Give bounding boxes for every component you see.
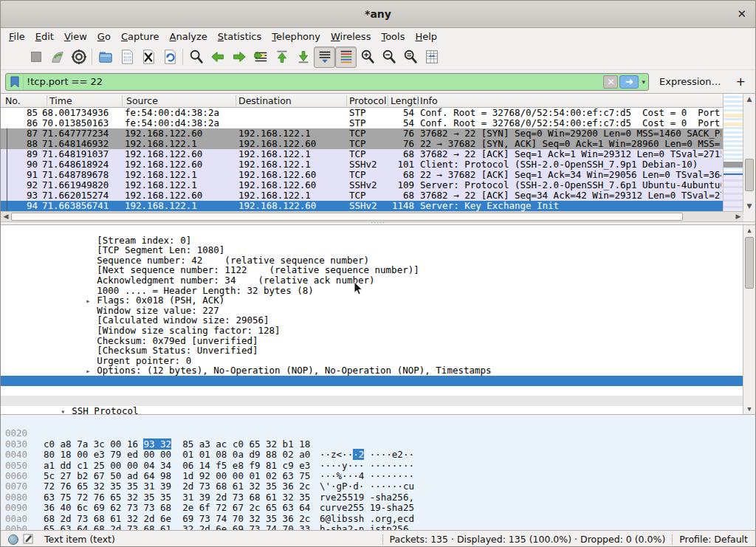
column-header-time[interactable]: Time <box>49 95 72 106</box>
detail-line[interactable]: Checksum: 0x79ed [unverified] <box>1 326 755 336</box>
capture-comment-icon[interactable] <box>23 533 34 546</box>
packet-row[interactable]: 89 71.648191037 192.168.122.60 192.168.1… <box>1 149 723 159</box>
menu-item[interactable]: Tools <box>376 30 410 44</box>
packet-row[interactable]: 90 71.648618924 192.168.122.60 192.168.1… <box>1 159 723 170</box>
detail-line[interactable]: [TCP Segment Len: 1080] <box>1 235 755 246</box>
detail-line[interactable]: ▸[Timestamps] <box>1 376 755 386</box>
close-window-icon[interactable]: ✕ <box>737 7 746 21</box>
menu-item[interactable]: Go <box>92 30 116 44</box>
display-filter-field[interactable]: ✕ ➜ ▾ <box>5 73 649 91</box>
start-capture-button[interactable] <box>4 47 25 68</box>
detail-line[interactable]: [Stream index: 0] <box>1 225 755 235</box>
scroll-down-icon[interactable]: ▼ <box>743 404 755 414</box>
column-header-source[interactable]: Source <box>126 95 158 106</box>
zoom-out-button[interactable] <box>378 47 399 68</box>
menu-item[interactable]: Statistics <box>213 30 267 44</box>
hex-row[interactable]: 0020 c0 a8 7a 3c 00 16 93 32 85 a3 ac c0… <box>1 418 755 428</box>
packet-row[interactable]: 91 71.648789678 192.168.122.1 192.168.12… <box>1 170 723 180</box>
detail-line[interactable]: [Calculated window size: 29056] <box>1 306 755 316</box>
menu-item[interactable]: Help <box>410 30 442 44</box>
hex-row[interactable]: 0070 63 75 72 76 65 32 35 35 31 39 2d 73… <box>1 471 755 481</box>
hex-row[interactable]: 0030 80 18 00 e3 79 ed 00 00 01 01 08 0a… <box>1 428 755 438</box>
detail-line[interactable]: ▸Options: (12 bytes), No-Operation (NOP)… <box>1 356 755 366</box>
find-packet-button[interactable] <box>185 47 207 68</box>
capture-options-button[interactable] <box>68 47 89 68</box>
menu-item[interactable]: File <box>4 30 30 44</box>
packet-row[interactable]: 86 70.013850163 fe:54:00:d4:38:2a STP 54… <box>1 118 723 128</box>
menu-item[interactable]: Telephony <box>267 30 326 44</box>
detail-line[interactable]: Urgent pointer: 0 <box>1 345 755 356</box>
detail-line[interactable]: [Next sequence number: 1122 (relative se… <box>1 255 755 266</box>
stop-capture-button[interactable] <box>25 47 47 68</box>
detail-line[interactable]: Window size value: 227 <box>1 295 755 306</box>
scrollbar-thumb[interactable] <box>745 237 754 289</box>
hex-row[interactable]: 0040 a1 dd c1 25 00 00 04 34 06 14 f5 e8… <box>1 439 755 450</box>
hex-row[interactable]: 0050 5c 27 b2 67 50 ad 64 98 1d 92 00 00… <box>1 450 755 460</box>
reload-file-button[interactable] <box>159 47 180 68</box>
detail-line[interactable]: TCP payload (1080 bytes) <box>1 386 755 396</box>
menu-item[interactable]: View <box>59 30 92 44</box>
scrollbar-thumb[interactable] <box>11 213 683 221</box>
filter-apply-icon[interactable]: ➜ <box>619 75 639 89</box>
packet-row[interactable]: 85 68.001734936 fe:54:00:d4:38:2a STP 54… <box>1 108 723 118</box>
title-bar[interactable]: *any ✕ <box>1 1 755 28</box>
auto-scroll-button[interactable] <box>314 47 335 68</box>
column-header-destination[interactable]: Destination <box>238 95 292 106</box>
filter-input[interactable] <box>24 76 603 87</box>
expression-button[interactable]: Expression… <box>649 76 729 87</box>
column-header-protocol[interactable]: Protocol <box>349 95 386 106</box>
packet-list-minimap[interactable] <box>723 94 743 211</box>
packet-list-vscrollbar[interactable]: ▲ ▼ <box>743 94 755 211</box>
scroll-left-icon[interactable]: ◀ <box>1 212 11 221</box>
go-last-packet-button[interactable] <box>292 47 314 68</box>
hex-row[interactable]: 00a0 65 63 64 68 2d 73 68 61 32 2d 6e 69… <box>1 503 755 513</box>
detail-line[interactable]: [Checksum Status: Unverified] <box>1 336 755 346</box>
packet-row[interactable]: 92 71.661949820 192.168.122.1 192.168.12… <box>1 180 723 190</box>
scroll-down-icon[interactable]: ▼ <box>743 201 755 211</box>
hex-row[interactable]: 0080 36 40 6c 69 62 73 73 68 2e 6f 72 67… <box>1 481 755 492</box>
add-filter-button[interactable]: + <box>729 75 753 89</box>
menu-item[interactable]: Capture <box>116 30 165 44</box>
column-header-info[interactable]: Info <box>420 95 438 106</box>
packet-row[interactable]: 88 71.648146932 192.168.122.1 192.168.12… <box>1 139 723 149</box>
packet-row[interactable]: 93 71.662015274 192.168.122.60 192.168.1… <box>1 190 723 201</box>
menu-item[interactable]: Analyze <box>165 30 213 44</box>
go-back-button[interactable] <box>207 47 228 68</box>
scroll-up-icon[interactable]: ▲ <box>743 225 755 235</box>
packet-list-header[interactable]: No. Time Source Destination Protocol Len… <box>1 94 755 108</box>
packet-row[interactable]: 94 71.663856741 192.168.122.1 192.168.12… <box>1 201 723 211</box>
detail-line[interactable]: Acknowledgment number: 34 (relative ack … <box>1 265 755 275</box>
colorize-button[interactable] <box>335 47 357 68</box>
hex-row[interactable]: 00b0 38 34 2c 65 63 64 68 2d 73 68 61 32… <box>1 514 755 524</box>
close-file-button[interactable] <box>137 47 159 68</box>
open-file-button[interactable] <box>94 47 116 68</box>
go-forward-button[interactable] <box>228 47 250 68</box>
go-first-packet-button[interactable] <box>271 47 292 68</box>
detail-line[interactable]: ▸SSH Version 2 (encryption:chacha20-poly… <box>1 406 755 415</box>
status-profile[interactable]: Profile: Default <box>679 534 748 545</box>
save-file-button[interactable]: 010101100113 <box>116 47 137 68</box>
detail-line[interactable]: Sequence number: 42 (relative sequence n… <box>1 245 755 255</box>
hex-row[interactable]: 0060 72 76 65 32 35 35 31 39 2d 73 68 61… <box>1 461 755 471</box>
detail-line[interactable]: ▸Flags: 0x018 (PSH, ACK) <box>1 286 755 296</box>
column-header-length[interactable]: Length <box>391 95 419 106</box>
go-to-packet-button[interactable] <box>250 47 271 68</box>
scrollbar-thumb[interactable] <box>745 159 754 191</box>
detail-line[interactable]: ▾SSH Protocol <box>1 396 755 406</box>
detail-line[interactable]: 1000 .... = Header Length: 32 bytes (8) <box>1 275 755 286</box>
zoom-reset-button[interactable] <box>399 47 421 68</box>
restart-capture-button[interactable] <box>47 47 68 68</box>
filter-clear-icon[interactable]: ✕ <box>603 75 618 89</box>
detail-line[interactable]: [Window size scaling factor: 128] <box>1 315 755 326</box>
zoom-in-button[interactable] <box>357 47 378 68</box>
scroll-up-icon[interactable]: ▲ <box>743 94 755 104</box>
details-vscrollbar[interactable]: ▲ ▼ <box>743 225 755 414</box>
hex-row[interactable]: 0090 68 2d 73 68 61 32 2d 6e 69 73 74 70… <box>1 492 755 503</box>
menu-item[interactable]: Wireless <box>326 30 376 44</box>
scroll-right-icon[interactable]: ▶ <box>733 212 743 221</box>
column-header-no[interactable]: No. <box>5 95 21 106</box>
menu-item[interactable]: Edit <box>30 30 59 44</box>
filter-history-caret-icon[interactable]: ▾ <box>640 78 648 86</box>
filter-bookmark-icon[interactable] <box>6 74 24 90</box>
expert-info-icon[interactable] <box>8 534 18 545</box>
